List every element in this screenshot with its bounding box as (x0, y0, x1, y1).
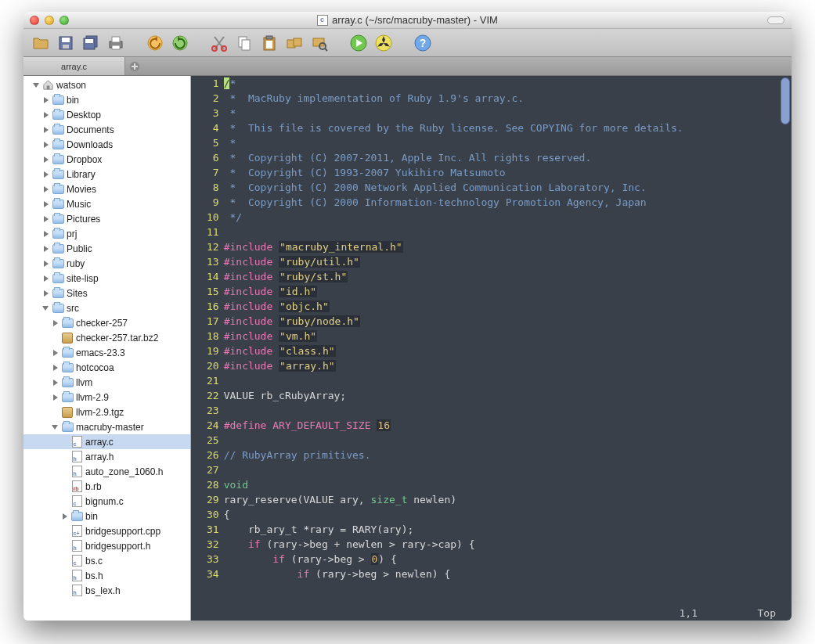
code-line[interactable]: #include "vm.h" (224, 329, 792, 344)
paste-button[interactable] (258, 32, 280, 54)
code-line[interactable]: /* (224, 76, 792, 91)
tree-item[interactable]: Movies (23, 182, 190, 196)
disclosure-closed-icon[interactable] (52, 348, 61, 358)
code-line[interactable]: // RubyArray primitives. (224, 448, 792, 462)
redo-button[interactable] (169, 32, 191, 54)
code-line[interactable]: */ (224, 210, 792, 225)
tree-item[interactable]: c+bridgesupport.cpp (23, 523, 190, 538)
tree-item[interactable]: bin (23, 509, 190, 523)
disclosure-closed-icon[interactable] (42, 274, 52, 283)
code-area[interactable]: /* * MacRuby implementation of Ruby 1.9'… (224, 76, 792, 621)
tree-item[interactable]: checker-257 (23, 315, 190, 330)
code-line[interactable]: rary_reserve(VALUE ary, size_t newlen) (224, 492, 792, 507)
tree-item[interactable]: Public (23, 241, 190, 256)
cut-button[interactable] (208, 32, 230, 54)
tree-item[interactable]: src (23, 300, 190, 315)
disclosure-closed-icon[interactable] (52, 318, 61, 328)
code-line[interactable]: #include "objc.h" (224, 299, 792, 314)
tree-item[interactable]: site-lisp (23, 271, 190, 286)
code-line[interactable]: * Copyright (C) 1993-2007 Yukihiro Matsu… (224, 165, 792, 180)
code-line[interactable]: * Copyright (C) 2007-2011, Apple Inc. Al… (224, 150, 792, 165)
code-line[interactable]: if (rary->beg + newlen > rary->cap) { (224, 537, 792, 552)
code-line[interactable] (224, 433, 792, 448)
tree-item[interactable]: Downloads (23, 137, 190, 152)
code-line[interactable]: if (rary->beg > 0) { (224, 552, 792, 567)
code-line[interactable]: * This file is covered by the Ruby licen… (224, 121, 792, 135)
tree-item[interactable]: checker-257.tar.bz2 (23, 330, 190, 345)
code-line[interactable] (224, 225, 792, 239)
vertical-scrollbar[interactable] (781, 77, 790, 124)
file-tree[interactable]: watsonbinDesktopDocumentsDownloadsDropbo… (23, 76, 191, 621)
tree-item[interactable]: bin (23, 92, 190, 107)
code-line[interactable]: rb_ary_t *rary = RARY(ary); (224, 522, 792, 537)
code-line[interactable] (224, 373, 792, 388)
save-all-button[interactable] (80, 32, 102, 54)
disclosure-closed-icon[interactable] (42, 200, 52, 209)
tree-item[interactable]: ruby (23, 256, 190, 271)
disclosure-closed-icon[interactable] (42, 289, 52, 298)
tree-item[interactable]: hbs_lex.h (23, 583, 190, 598)
tree-item[interactable]: llvm-2.9 (23, 390, 190, 405)
disclosure-closed-icon[interactable] (42, 155, 52, 164)
tree-item[interactable]: macruby-master (23, 419, 190, 434)
undo-button[interactable] (144, 32, 166, 54)
code-line[interactable]: { (224, 507, 792, 522)
disclosure-open-icon[interactable] (52, 423, 61, 432)
tree-item[interactable]: hauto_zone_1060.h (23, 464, 190, 479)
disclosure-closed-icon[interactable] (42, 185, 52, 194)
code-line[interactable]: #include "id.h" (224, 284, 792, 299)
disclosure-closed-icon[interactable] (42, 110, 52, 120)
tree-item[interactable]: Pictures (23, 211, 190, 226)
toolbar-toggle[interactable] (767, 16, 784, 24)
tree-item[interactable]: Desktop (23, 107, 190, 122)
code-line[interactable]: * MacRuby implementation of Ruby 1.9's a… (224, 91, 792, 106)
disclosure-closed-icon[interactable] (52, 363, 61, 372)
disclosure-open-icon[interactable] (33, 81, 42, 90)
disclosure-closed-icon[interactable] (42, 140, 52, 149)
disclosure-closed-icon[interactable] (42, 125, 52, 135)
tree-item[interactable]: harray.h (23, 449, 190, 464)
code-line[interactable]: #include "ruby/node.h" (224, 314, 792, 329)
open-button[interactable] (30, 32, 52, 54)
tree-item[interactable]: hbridgesupport.h (23, 538, 190, 553)
editor[interactable]: 1234567891011121314151617181920212223242… (191, 76, 792, 621)
find-button[interactable] (308, 32, 330, 54)
code-line[interactable]: void (224, 477, 792, 492)
print-button[interactable] (105, 32, 127, 54)
code-line[interactable]: * Copyright (C) 2000 Information-technol… (224, 195, 792, 210)
code-line[interactable]: #include "ruby/util.h" (224, 254, 792, 269)
build-button[interactable] (373, 32, 395, 54)
replace-button[interactable] (283, 32, 305, 54)
disclosure-closed-icon[interactable] (61, 512, 70, 521)
tree-item[interactable]: llvm (23, 375, 190, 390)
code-line[interactable]: * Copyright (C) 2000 Network Applied Com… (224, 180, 792, 195)
disclosure-closed-icon[interactable] (42, 244, 52, 254)
disclosure-closed-icon[interactable] (42, 170, 52, 179)
tree-item[interactable]: Dropbox (23, 152, 190, 167)
disclosure-closed-icon[interactable] (42, 259, 52, 268)
disclosure-closed-icon[interactable] (42, 229, 52, 239)
tree-item[interactable]: carray.c (23, 434, 190, 449)
code-line[interactable]: #define ARY_DEFAULT_SIZE 16 (224, 418, 792, 433)
tree-item[interactable]: cbs.c (23, 553, 190, 568)
code-line[interactable]: #include "array.h" (224, 358, 792, 373)
code-line[interactable] (224, 462, 792, 477)
add-tab-button[interactable] (125, 57, 144, 75)
tree-item[interactable]: watson (23, 77, 190, 92)
tree-item[interactable]: emacs-23.3 (23, 345, 190, 360)
code-line[interactable] (224, 403, 792, 418)
tree-item[interactable]: rbb.rb (23, 479, 190, 494)
tree-item[interactable]: hbs.h (23, 568, 190, 583)
code-line[interactable]: VALUE rb_cRubyArray; (224, 388, 792, 403)
code-line[interactable]: * (224, 135, 792, 150)
code-line[interactable]: * (224, 106, 792, 121)
copy-button[interactable] (233, 32, 255, 54)
tree-item[interactable]: hotcocoa (23, 360, 190, 375)
disclosure-open-icon[interactable] (42, 304, 52, 313)
disclosure-closed-icon[interactable] (52, 378, 61, 387)
disclosure-closed-icon[interactable] (42, 95, 52, 105)
tree-item[interactable]: llvm-2.9.tgz (23, 405, 190, 419)
tree-item[interactable]: cbignum.c (23, 494, 190, 509)
code-line[interactable]: #include "macruby_internal.h" (224, 239, 792, 254)
tree-item[interactable]: Library (23, 167, 190, 182)
